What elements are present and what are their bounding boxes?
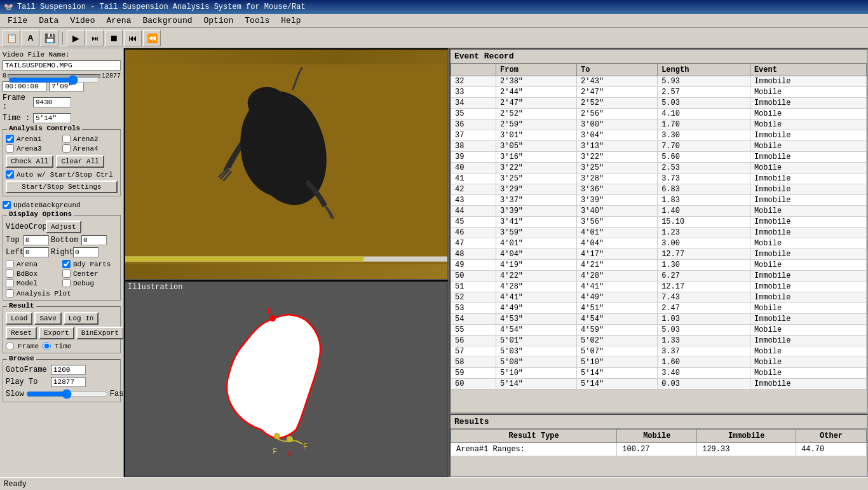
bdbox-row: BdBox [6,269,61,278]
arena4-row: Arena4 [62,144,118,153]
analysis-plot-label: Analysis Plot [17,290,71,297]
frame-radio[interactable] [6,342,14,350]
arena3-row: Arena3 [6,144,61,153]
toolbar-prev-btn[interactable]: ⏮ [124,30,142,46]
bin-export-btn[interactable]: BinExport [76,327,124,339]
status-text: Ready [4,480,27,489]
bdbox-checkbox[interactable] [6,269,14,278]
toolbar-new-btn[interactable]: 📋 [3,30,20,46]
update-bg-checkbox[interactable] [3,201,11,209]
menu-item-arena[interactable]: Arena [101,15,136,27]
frame-value-input[interactable] [33,97,71,107]
cell-from: 2'44" [496,87,577,98]
toolbar-text-btn[interactable]: A [22,30,39,46]
cell-length: 1.40 [658,206,750,217]
log-in-btn[interactable]: Log In [64,312,99,325]
cell-length: 2.47 [658,303,750,314]
export-btn[interactable]: Export [39,327,74,339]
model-checkbox[interactable] [6,279,14,287]
top-input[interactable] [24,235,49,245]
svg-text:F: F [303,442,308,451]
cell-to: 2'47" [577,87,658,98]
cell-num: 47 [451,238,496,249]
cell-to: 4'59" [577,325,658,336]
menu-item-option[interactable]: Option [198,15,238,27]
cell-event: Mobile [750,238,866,249]
reset-btn[interactable]: Reset [6,327,37,339]
check-clear-row: Check All Clear All [6,155,118,168]
result-title: Result [7,302,36,310]
debug-checkbox[interactable] [62,279,71,287]
cell-event: Immobile [750,217,866,228]
cell-length: 5.60 [658,152,750,163]
arena3-checkbox[interactable] [6,144,14,153]
menu-item-help[interactable]: Help [276,15,306,27]
frame-slider-row: 0 12877 [3,72,121,79]
check-all-btn[interactable]: Check All [6,155,53,168]
speed-slider[interactable] [26,389,108,399]
goto-frame-input[interactable] [51,365,86,375]
results-col-immobile: Immobile [697,430,796,443]
results-col-mobile: Mobile [617,430,697,443]
play-to-input[interactable] [51,377,86,387]
save-btn[interactable]: Save [34,312,61,325]
table-row: 47 4'01" 4'04" 3.00 Mobile [451,238,867,249]
cell-num: 59 [451,368,496,379]
menu-item-video[interactable]: Video [65,15,100,27]
arena-disp-label: Arena [17,261,37,268]
table-row: 39 3'16" 3'22" 5.60 Immobile [451,152,867,163]
cell-from: 4'01" [496,238,577,249]
auto-ctrl-row: Auto w/ Start/Stop Ctrl [6,170,118,179]
cell-length: 5.93 [658,76,750,87]
start-stop-btn[interactable]: Start/Stop Settings [6,180,118,193]
time-radio[interactable] [43,342,51,350]
cell-to: 5'10" [577,357,658,368]
load-btn[interactable]: Load [6,312,32,325]
right-input[interactable] [73,247,98,257]
toolbar-play-btn[interactable]: ▶ [67,30,85,46]
menu-item-tools[interactable]: Tools [240,15,275,27]
table-row: 49 4'19" 4'21" 1.30 Mobile [451,260,867,271]
bdy-parts-checkbox[interactable] [62,260,71,268]
arena1-checkbox[interactable] [6,135,14,143]
cell-to: 4'21" [577,260,658,271]
clear-all-btn[interactable]: Clear All [56,155,104,168]
toolbar-save-btn[interactable]: 💾 [41,30,58,46]
video-panel [124,48,449,280]
analysis-plot-checkbox[interactable] [6,289,14,297]
adjust-btn[interactable]: Adjust [46,221,81,233]
col-num [451,64,496,76]
cell-length: 7.70 [658,141,750,152]
frame-row: Frame : [3,93,121,111]
video-file-input[interactable] [3,60,121,71]
frame-slider[interactable] [8,74,100,78]
cell-from: 5'03" [496,346,577,357]
bottom-input[interactable] [81,235,107,245]
arena2-checkbox[interactable] [62,135,71,143]
center-checkbox[interactable] [62,269,71,278]
table-row: 42 3'29" 3'36" 6.83 Immobile [451,184,867,195]
time-value-input[interactable] [33,113,71,123]
cell-from: 2'59" [496,119,577,130]
toolbar-stop-btn[interactable]: ⏹ [105,30,123,46]
arena-disp-checkbox[interactable] [6,260,14,268]
left-input[interactable] [24,247,49,257]
cell-event: Immobile [750,228,866,238]
toolbar-rewind-btn[interactable]: ⏪ [143,30,161,46]
arena-checkboxes: Arena1 Arena2 Arena3 Arena4 [6,135,118,193]
cell-length: 3.00 [658,238,750,249]
menu-item-file[interactable]: File [3,15,32,27]
cell-num: 39 [451,152,496,163]
toolbar-fastfwd-btn[interactable]: ⏭ [86,30,104,46]
arena4-checkbox[interactable] [62,144,71,153]
menu-item-data[interactable]: Data [34,15,64,27]
bdy-parts-label: Bdy Parts [73,261,111,268]
bdbox-label: BdBox [17,270,37,278]
frame-range-input[interactable] [8,75,100,85]
left-right-row: Left Right [6,247,118,257]
arena-row2: Arena3 Arena4 [6,144,118,153]
auto-ctrl-checkbox[interactable] [6,170,14,179]
analysis-plot-row: Analysis Plot [6,289,118,297]
menu-item-background[interactable]: Background [137,15,197,27]
cell-num: 37 [451,130,496,141]
